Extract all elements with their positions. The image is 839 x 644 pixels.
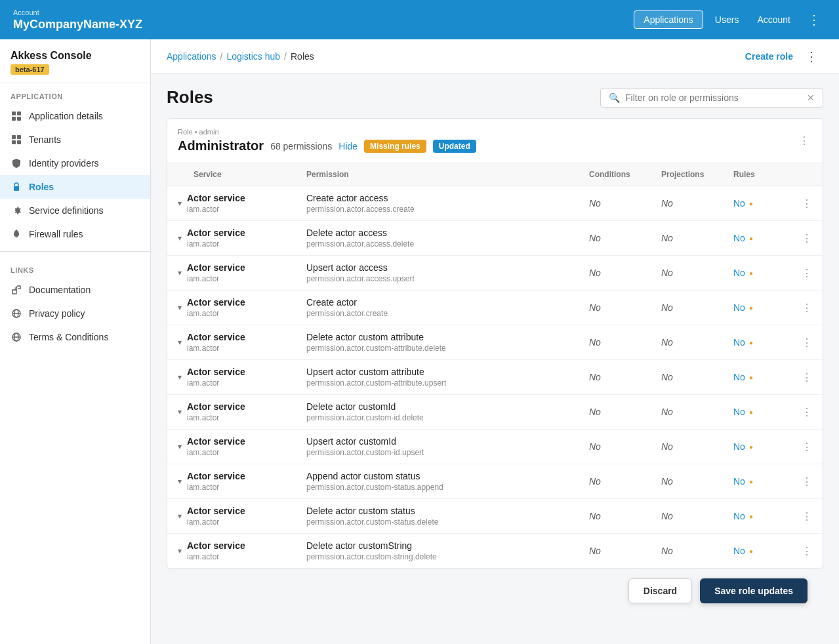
service-cell: ▾ Actor service iam.actor	[167, 395, 298, 430]
breadcrumb-sep-2: /	[284, 51, 287, 62]
rules-value[interactable]: No	[733, 302, 745, 313]
rules-value[interactable]: No	[733, 337, 745, 348]
sidebar-item-label: Service definitions	[29, 205, 104, 216]
row-menu-button[interactable]: ⋮	[799, 231, 815, 246]
row-menu-button[interactable]: ⋮	[799, 474, 815, 489]
table-row: ▾ Actor service iam.actor Upsert actor a…	[167, 256, 823, 291]
row-actions-cell: ⋮	[791, 325, 823, 360]
header-options-button[interactable]: ⋮	[800, 46, 823, 67]
expand-row-button[interactable]: ▾	[175, 545, 184, 557]
row-menu-button[interactable]: ⋮	[799, 335, 815, 350]
clear-search-icon[interactable]: ✕	[807, 92, 815, 103]
hide-link[interactable]: Hide	[338, 141, 358, 151]
row-menu-button[interactable]: ⋮	[799, 509, 815, 524]
row-menu-button[interactable]: ⋮	[799, 266, 815, 281]
discard-button[interactable]: Discard	[628, 578, 692, 603]
row-menu-button[interactable]: ⋮	[799, 196, 815, 211]
sidebar-item-label: Privacy policy	[29, 308, 85, 319]
conditions-value: No	[589, 511, 601, 521]
projections-cell: No	[653, 186, 726, 221]
permission-cell: Create actor access permission.actor.acc…	[298, 186, 581, 221]
service-name: Actor service	[187, 332, 245, 342]
expand-row-button[interactable]: ▾	[175, 475, 184, 487]
rules-value[interactable]: No	[733, 407, 745, 417]
rules-indicator: ●	[749, 443, 753, 451]
create-role-button[interactable]: Create role	[745, 51, 793, 62]
expand-row-button[interactable]: ▾	[175, 406, 184, 418]
service-sub: iam.actor	[187, 448, 245, 457]
breadcrumb-logistics-hub[interactable]: Logistics hub	[226, 51, 280, 62]
service-cell: ▾ Actor service iam.actor	[167, 499, 298, 534]
expand-row-button[interactable]: ▾	[175, 371, 184, 383]
nav-right: Applications Users Account ⋮	[634, 9, 826, 30]
expand-row-button[interactable]: ▾	[175, 441, 184, 453]
rules-value[interactable]: No	[733, 198, 745, 209]
sidebar-item-service-definitions[interactable]: Service definitions	[0, 199, 150, 222]
search-input[interactable]	[625, 92, 802, 103]
rules-indicator: ●	[749, 270, 753, 277]
rules-value[interactable]: No	[733, 233, 745, 243]
rules-indicator: ●	[749, 374, 753, 381]
applications-nav-button[interactable]: Applications	[634, 10, 703, 29]
perm-name: Create actor	[306, 297, 573, 308]
rules-indicator: ●	[749, 235, 753, 242]
sidebar-item-identity-providers[interactable]: Identity providers	[0, 151, 150, 175]
expand-row-button[interactable]: ▾	[175, 267, 184, 279]
svg-rect-0	[12, 111, 16, 115]
rules-value[interactable]: No	[733, 441, 745, 452]
perm-name: Upsert actor customId	[306, 436, 573, 447]
perm-name: Append actor custom status	[306, 471, 573, 481]
perm-name: Delete actor customId	[306, 401, 573, 412]
service-name: Actor service	[187, 506, 245, 516]
search-icon: 🔍	[609, 92, 620, 103]
col-header-rules: Rules	[726, 163, 791, 186]
expand-row-button[interactable]: ▾	[175, 336, 184, 348]
rules-value[interactable]: No	[733, 546, 745, 556]
service-sub: iam.actor	[187, 517, 245, 527]
projections-cell: No	[653, 256, 726, 291]
perm-sub: permission.actor.custom-attribute.delete	[306, 344, 573, 353]
service-cell: ▾ Actor service iam.actor	[167, 256, 298, 291]
table-body: ▾ Actor service iam.actor Create actor a…	[167, 186, 823, 569]
sidebar-item-privacy-policy[interactable]: Privacy policy	[0, 302, 150, 325]
row-actions-cell: ⋮	[791, 499, 823, 534]
sidebar-item-roles[interactable]: Roles	[0, 175, 150, 199]
row-menu-button[interactable]: ⋮	[799, 370, 815, 385]
rules-cell: No ●	[726, 534, 791, 569]
breadcrumb-applications[interactable]: Applications	[167, 51, 216, 62]
role-card-menu-button[interactable]: ⋮	[796, 133, 812, 148]
permission-cell: Upsert actor access permission.actor.acc…	[298, 256, 581, 291]
updated-badge: Updated	[433, 140, 476, 153]
row-actions-cell: ⋮	[791, 186, 823, 221]
expand-row-button[interactable]: ▾	[175, 302, 184, 313]
row-menu-button[interactable]: ⋮	[799, 439, 815, 454]
breadcrumb-current: Roles	[291, 51, 314, 62]
rules-value[interactable]: No	[733, 476, 745, 487]
col-header-service: Service	[167, 163, 298, 186]
rules-value[interactable]: No	[733, 372, 745, 382]
sidebar-item-documentation[interactable]: Documentation	[0, 278, 150, 302]
rules-value[interactable]: No	[733, 268, 745, 278]
sidebar-item-app-details[interactable]: Application details	[0, 104, 150, 128]
globe-icon	[10, 308, 22, 319]
sidebar-item-tenants[interactable]: Tenants	[0, 128, 150, 151]
rules-cell: No ●	[726, 221, 791, 256]
app-name: Akkess Console	[10, 50, 140, 62]
save-button[interactable]: Save role updates	[700, 578, 808, 603]
col-header-permission: Permission	[298, 163, 581, 186]
permission-cell: Append actor custom status permission.ac…	[298, 464, 581, 499]
perm-name: Create actor access	[306, 193, 573, 203]
header-menu-button[interactable]: ⋮	[802, 9, 826, 30]
expand-row-button[interactable]: ▾	[175, 510, 184, 522]
expand-row-button[interactable]: ▾	[175, 197, 184, 209]
row-menu-button[interactable]: ⋮	[799, 544, 815, 559]
account-nav-button[interactable]: Account	[750, 11, 797, 28]
users-nav-button[interactable]: Users	[708, 11, 746, 28]
sidebar-item-firewall-rules[interactable]: Firewall rules	[0, 222, 150, 246]
row-menu-button[interactable]: ⋮	[799, 300, 815, 315]
expand-row-button[interactable]: ▾	[175, 232, 184, 244]
rules-value[interactable]: No	[733, 511, 745, 521]
row-menu-button[interactable]: ⋮	[799, 405, 815, 420]
sidebar-item-terms-conditions[interactable]: Terms & Conditions	[0, 325, 150, 349]
service-name: Actor service	[187, 297, 245, 308]
